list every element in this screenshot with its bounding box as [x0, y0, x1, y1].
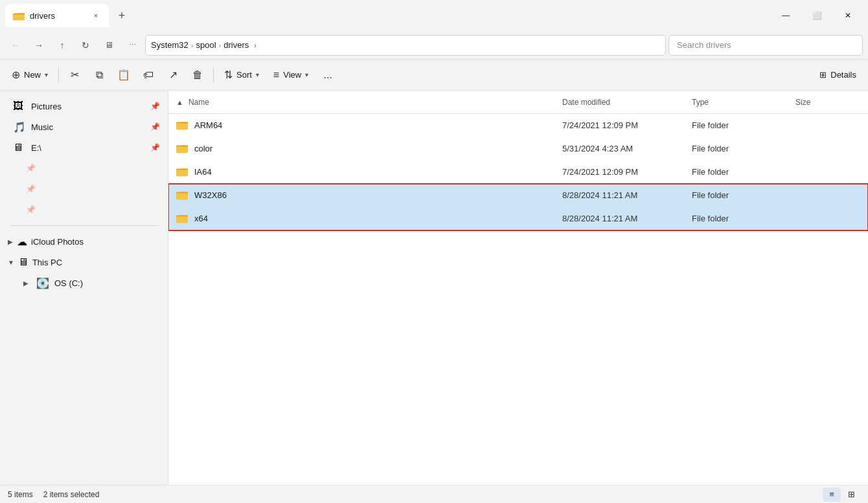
status-selected: 2 items selected [43, 490, 100, 499]
file-name: ARM64 [194, 120, 562, 130]
list-view-toggle[interactable]: ≡ [823, 487, 841, 502]
file-name: IA64 [194, 167, 562, 177]
tab-label: drivers [30, 11, 86, 21]
sidebar-pin-slot-2[interactable]: 📌 [3, 179, 165, 199]
status-bar: 5 items 2 items selected ≡ ⊞ [0, 485, 868, 503]
pin-icon-music: 📌 [150, 122, 160, 131]
file-name: x64 [194, 214, 562, 223]
sidebar-pin-slot-3[interactable]: 📌 [3, 199, 165, 220]
breadcrumb-expand-button[interactable]: ⋯ [122, 35, 143, 56]
copy-button[interactable]: ⧉ [87, 63, 111, 87]
view-label: View [283, 70, 301, 80]
up-button[interactable]: ↑ [52, 35, 73, 56]
icloud-icon: ☁ [17, 236, 27, 248]
view-toggle-group: ≡ ⊞ [823, 487, 860, 502]
sidebar-item-edrive[interactable]: 🖥 E:\ 📌 [3, 137, 165, 158]
new-tab-button[interactable]: + [111, 5, 132, 26]
new-label: New [24, 70, 41, 80]
file-date: 7/24/2021 12:09 PM [562, 120, 692, 130]
table-row[interactable]: ARM64 7/24/2021 12:09 PM File folder [168, 114, 868, 137]
sidebar-item-music[interactable]: 🎵 Music 📌 [3, 117, 165, 137]
minimize-button[interactable]: — [771, 5, 801, 26]
os-c-icon: 💽 [36, 277, 49, 289]
pin-icon-edrive: 📌 [150, 143, 160, 152]
column-type[interactable]: Type [692, 98, 795, 107]
breadcrumb-sep-2: › [219, 41, 222, 49]
cut-button[interactable]: ✂ [63, 63, 86, 87]
expand-icon-this-pc: ▼ [8, 259, 14, 266]
sidebar-pictures-label: Pictures [31, 102, 145, 111]
breadcrumb-bar[interactable]: System32 › spool › drivers › [145, 35, 666, 56]
sidebar-divider [10, 225, 157, 226]
column-name[interactable]: Name [188, 98, 562, 107]
folder-icon-x64 [176, 212, 189, 225]
search-box[interactable]: Search drivers [668, 35, 863, 56]
new-icon: ⊕ [12, 69, 20, 81]
share-button[interactable]: ↗ [161, 63, 185, 87]
breadcrumb-system32[interactable]: System32 [151, 40, 188, 50]
sidebar-item-os-c[interactable]: ▶ 💽 OS (C:) [3, 273, 165, 293]
column-date[interactable]: Date modified [562, 98, 692, 107]
forward-button[interactable]: → [29, 35, 49, 56]
table-row[interactable]: IA64 7/24/2021 12:09 PM File folder [168, 161, 868, 184]
table-row[interactable]: color 5/31/2024 4:23 AM File folder [168, 137, 868, 161]
column-up-arrow[interactable]: ▲ [176, 98, 183, 106]
table-row[interactable]: W32X86 8/28/2024 11:21 AM File folder [168, 184, 868, 207]
edrive-icon: 🖥 [13, 142, 26, 153]
view-button[interactable]: ≡ View ▾ [267, 63, 315, 87]
folder-icon-w32x86 [176, 189, 189, 202]
details-button[interactable]: ⊞ Details [813, 66, 863, 84]
back-button[interactable]: ← [5, 35, 26, 56]
close-button[interactable]: ✕ [833, 5, 863, 26]
pin-slot-icon-2: 📌 [26, 184, 36, 194]
tab-close-button[interactable]: × [91, 10, 101, 21]
sort-button[interactable]: ⇅ Sort ▾ [218, 63, 266, 87]
music-icon: 🎵 [13, 121, 26, 133]
pin-slot-icon-1: 📌 [26, 164, 36, 173]
file-date: 7/24/2021 12:09 PM [562, 167, 692, 177]
breadcrumb-spool[interactable]: spool [196, 40, 216, 50]
tab-drivers[interactable]: drivers × [5, 4, 109, 27]
file-header: ▲ Name Date modified Type Size [168, 91, 868, 114]
toolbar: ⊕ New ▾ ✂ ⧉ 📋 🏷 ↗ 🗑 ⇅ Sort ▾ ≡ View ▾ ..… [0, 60, 868, 91]
folder-icon [176, 212, 188, 224]
breadcrumb-chevron[interactable]: › [254, 41, 257, 49]
sidebar-pin-slot-1[interactable]: 📌 [3, 158, 165, 179]
folder-icon-arm64 [176, 119, 189, 132]
refresh-button[interactable]: ↻ [75, 35, 96, 56]
new-button[interactable]: ⊕ New ▾ [5, 63, 54, 87]
breadcrumb-sep-1: › [191, 41, 194, 49]
sort-label: Sort [236, 70, 252, 80]
column-size[interactable]: Size [795, 98, 860, 107]
pin-icon-pictures: 📌 [150, 102, 160, 111]
this-pc-icon: 🖥 [18, 256, 29, 268]
svg-rect-11 [176, 216, 188, 223]
delete-button[interactable]: 🗑 [186, 63, 209, 87]
location-icon-button[interactable]: 🖥 [98, 35, 119, 56]
view-icon: ≡ [273, 69, 279, 81]
details-label: Details [830, 70, 856, 80]
folder-icon [176, 142, 188, 154]
new-dropdown-icon: ▾ [45, 71, 48, 78]
paste-button[interactable]: 📋 [112, 63, 135, 87]
maximize-button[interactable]: ⬜ [802, 5, 832, 26]
sidebar-item-icloud-photos[interactable]: ▶ ☁ iCloud Photos [3, 231, 165, 252]
more-button[interactable]: ... [316, 63, 339, 87]
sidebar-item-this-pc[interactable]: ▼ 🖥 This PC [3, 252, 165, 273]
rename-button[interactable]: 🏷 [137, 63, 160, 87]
folder-icon-ia64 [176, 166, 189, 179]
table-row[interactable]: x64 8/28/2024 11:21 AM File folder [168, 207, 868, 230]
file-type: File folder [692, 214, 795, 223]
file-list: ARM64 7/24/2021 12:09 PM File folder col… [168, 114, 868, 230]
sort-icon: ⇅ [224, 69, 233, 81]
expand-icon-os-c: ▶ [23, 280, 29, 287]
file-type: File folder [692, 190, 795, 200]
file-type: File folder [692, 144, 795, 153]
breadcrumb-drivers[interactable]: drivers [223, 40, 249, 50]
sidebar-edrive-label: E:\ [31, 143, 145, 153]
search-placeholder: Search drivers [677, 40, 731, 50]
sidebar-item-pictures[interactable]: 🖼 Pictures 📌 [3, 96, 165, 117]
svg-rect-3 [176, 123, 188, 129]
grid-view-toggle[interactable]: ⊞ [842, 487, 860, 502]
svg-rect-1 [13, 14, 25, 20]
